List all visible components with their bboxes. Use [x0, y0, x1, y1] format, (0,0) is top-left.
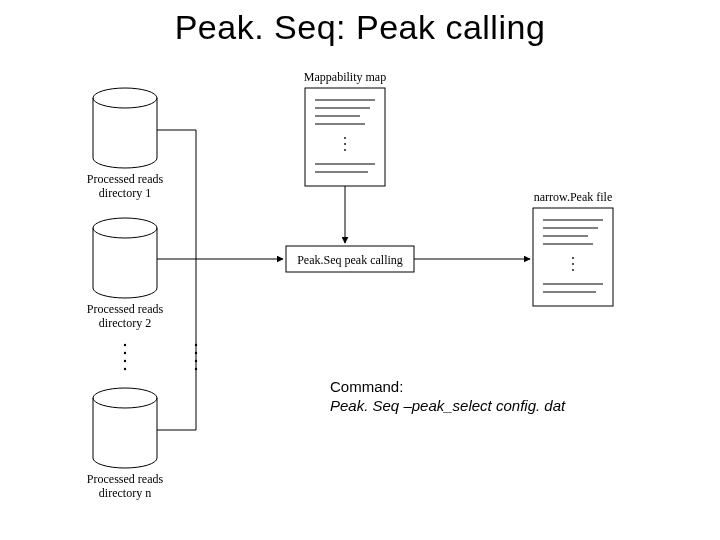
cylinder-dir1 [93, 88, 157, 168]
process-box [286, 246, 414, 272]
svg-point-9 [124, 344, 126, 346]
svg-rect-27 [533, 208, 613, 306]
svg-point-6 [93, 388, 157, 408]
svg-point-10 [124, 352, 126, 354]
svg-point-3 [93, 218, 157, 238]
svg-point-12 [124, 368, 126, 370]
svg-rect-17 [305, 88, 385, 186]
diagram-stage: Peak. Seq: Peak calling Processed reads … [0, 0, 720, 540]
svg-point-0 [93, 88, 157, 108]
connectors-left [157, 130, 283, 430]
doc-mappability [305, 88, 385, 186]
diagram-svg [0, 0, 720, 540]
cylinder-dirn [93, 388, 157, 468]
cylinder-dir2 [93, 218, 157, 298]
svg-point-23 [344, 143, 346, 145]
svg-point-22 [344, 137, 346, 139]
ellipsis-left [124, 344, 126, 370]
svg-point-24 [344, 149, 346, 151]
svg-point-34 [572, 269, 574, 271]
svg-point-11 [124, 360, 126, 362]
svg-point-33 [572, 263, 574, 265]
svg-point-32 [572, 257, 574, 259]
doc-output [533, 208, 613, 306]
